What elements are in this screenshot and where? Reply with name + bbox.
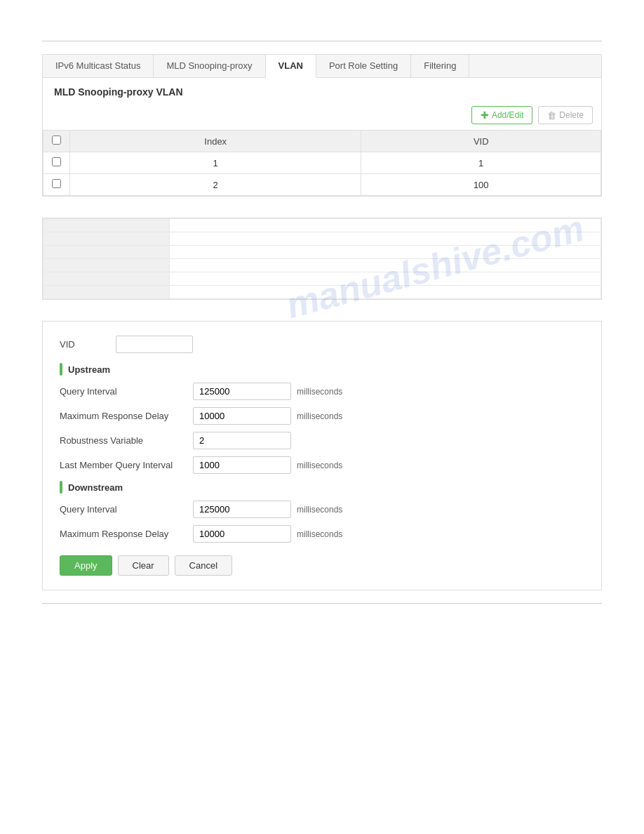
buttons-row: Apply Clear Cancel <box>60 555 584 576</box>
downstream-header: Downstream <box>60 481 584 494</box>
mid-value-4 <box>170 272 601 286</box>
upstream-query-interval-label: Query Interval <box>60 386 193 397</box>
downstream-max-response-row: Maximum Response Delay milliseconds <box>60 525 584 543</box>
tab-vlan[interactable]: VLAN <box>266 55 316 78</box>
mid-value-0 <box>170 219 601 232</box>
mid-label-0 <box>43 219 170 232</box>
top-section: IPv6 Multicast Status MLD Snooping-proxy… <box>42 54 602 197</box>
upstream-bar <box>60 363 62 376</box>
upstream-max-response-input[interactable] <box>193 407 291 425</box>
mid-row-2 <box>43 246 601 259</box>
select-all-checkbox[interactable] <box>52 135 61 145</box>
tab-port-role-setting[interactable]: Port Role Setting <box>316 55 411 77</box>
mid-label-4 <box>43 272 170 286</box>
vlan-table: Index VID 1 1 2 100 <box>43 130 601 196</box>
upstream-query-interval-input[interactable] <box>193 383 291 400</box>
col-checkbox <box>43 131 70 152</box>
last-member-label: Last Member Query Interval <box>60 460 193 470</box>
last-member-unit: milliseconds <box>297 461 342 470</box>
last-member-row: Last Member Query Interval milliseconds <box>60 456 584 474</box>
page-wrapper: manualshive.com IPv6 Multicast Status ML… <box>0 0 644 834</box>
vid-input[interactable] <box>116 336 193 353</box>
section-title: MLD Snooping-proxy VLAN <box>43 78 601 103</box>
delete-button[interactable]: 🗑 Delete <box>538 106 593 124</box>
downstream-label: Downstream <box>68 482 123 493</box>
delete-label: Delete <box>559 110 584 120</box>
row1-index: 1 <box>70 152 361 174</box>
row2-checkbox[interactable] <box>52 179 61 188</box>
upstream-label: Upstream <box>68 364 110 375</box>
add-edit-button[interactable]: ✚ Add/Edit <box>471 106 532 124</box>
mid-value-1 <box>170 232 601 246</box>
downstream-query-interval-input[interactable] <box>193 501 291 518</box>
action-bar: ✚ Add/Edit 🗑 Delete <box>43 103 601 130</box>
add-edit-label: Add/Edit <box>492 110 523 120</box>
mid-value-2 <box>170 246 601 259</box>
tab-ipv6-multicast-status[interactable]: IPv6 Multicast Status <box>43 55 154 77</box>
downstream-query-interval-label: Query Interval <box>60 504 193 515</box>
col-index: Index <box>70 131 361 152</box>
row1-checkbox[interactable] <box>52 157 61 166</box>
cancel-button[interactable]: Cancel <box>175 555 232 576</box>
tab-filtering[interactable]: Filtering <box>411 55 469 77</box>
mid-table <box>43 218 601 299</box>
row1-check-cell <box>43 152 70 174</box>
mid-value-5 <box>170 286 601 299</box>
row2-index: 2 <box>70 174 361 196</box>
upstream-max-response-label: Maximum Response Delay <box>60 411 193 421</box>
last-member-input[interactable] <box>193 456 291 474</box>
mid-label-5 <box>43 286 170 299</box>
robustness-input[interactable] <box>193 432 291 449</box>
mid-row-4 <box>43 272 601 286</box>
col-vid: VID <box>361 131 601 152</box>
mid-row-0 <box>43 219 601 232</box>
bottom-divider <box>42 603 602 604</box>
vid-label: VID <box>60 339 116 350</box>
trash-icon: 🗑 <box>547 110 556 121</box>
tabs-bar: IPv6 Multicast Status MLD Snooping-proxy… <box>43 55 601 78</box>
tab-mld-snooping-proxy[interactable]: MLD Snooping-proxy <box>154 55 265 77</box>
downstream-max-response-unit: milliseconds <box>297 529 342 539</box>
top-divider <box>42 41 602 41</box>
row2-vid: 100 <box>361 174 601 196</box>
upstream-header: Upstream <box>60 363 584 376</box>
clear-button[interactable]: Clear <box>118 555 169 576</box>
bottom-section: VID Upstream Query Interval milliseconds… <box>42 321 602 590</box>
row2-check-cell <box>43 174 70 196</box>
mid-row-5 <box>43 286 601 299</box>
downstream-bar <box>60 481 62 494</box>
plus-icon: ✚ <box>481 110 489 121</box>
robustness-row: Robustness Variable <box>60 432 584 449</box>
vid-row: VID <box>60 336 584 353</box>
table-row: 2 100 <box>43 174 601 196</box>
downstream-max-response-input[interactable] <box>193 525 291 543</box>
upstream-max-response-unit: milliseconds <box>297 411 342 421</box>
downstream-query-interval-unit: milliseconds <box>297 505 342 515</box>
middle-section <box>42 218 602 300</box>
upstream-query-interval-row: Query Interval milliseconds <box>60 383 584 400</box>
downstream-max-response-label: Maximum Response Delay <box>60 529 193 539</box>
table-row: 1 1 <box>43 152 601 174</box>
mid-label-3 <box>43 259 170 272</box>
mid-row-1 <box>43 232 601 246</box>
upstream-max-response-row: Maximum Response Delay milliseconds <box>60 407 584 425</box>
mid-value-3 <box>170 259 601 272</box>
row1-vid: 1 <box>361 152 601 174</box>
mid-row-3 <box>43 259 601 272</box>
upstream-query-interval-unit: milliseconds <box>297 387 342 397</box>
downstream-query-interval-row: Query Interval milliseconds <box>60 501 584 518</box>
mid-label-1 <box>43 232 170 246</box>
table-header-row: Index VID <box>43 131 601 152</box>
apply-button[interactable]: Apply <box>60 555 112 576</box>
robustness-label: Robustness Variable <box>60 435 193 446</box>
mid-label-2 <box>43 246 170 259</box>
